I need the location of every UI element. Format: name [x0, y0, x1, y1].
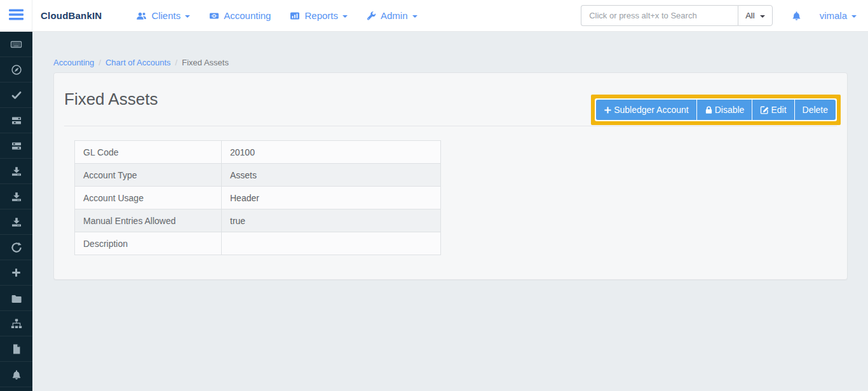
- folder-icon: [11, 293, 22, 304]
- icon-sidebar: [0, 32, 32, 391]
- detail-value: Header: [222, 187, 441, 209]
- download-icon: [11, 191, 22, 202]
- sidebar-item-keyboard[interactable]: [0, 32, 32, 57]
- sidebar-item-file[interactable]: [0, 336, 32, 362]
- sidebar-item-refresh[interactable]: [0, 235, 32, 260]
- breadcrumb-separator: /: [175, 58, 178, 67]
- detail-label: Account Type: [75, 164, 222, 187]
- sidebar-item-check[interactable]: [0, 83, 32, 108]
- detail-value: true: [222, 209, 441, 232]
- global-search: All: [581, 5, 772, 26]
- breadcrumb-accounting[interactable]: Accounting: [53, 58, 94, 67]
- bell-icon: [11, 369, 22, 380]
- breadcrumb-chart-of-accounts[interactable]: Chart of Accounts: [105, 58, 171, 67]
- caret-down-icon: [342, 15, 348, 18]
- search-input[interactable]: [581, 5, 738, 26]
- top-navbar: CloudBankIN Clients: [0, 0, 868, 32]
- detail-label: Account Usage: [75, 187, 222, 209]
- menu-label: Admin: [381, 10, 408, 21]
- download-icon: [11, 216, 22, 228]
- detail-label: GL Code: [75, 141, 222, 164]
- menu-item-accounting[interactable]: Accounting: [209, 10, 271, 21]
- main-content: Accounting / Chart of Accounts / Fixed A…: [32, 32, 868, 391]
- table-row: GL Code 20100: [75, 141, 441, 164]
- sidebar-toggle-button[interactable]: [0, 0, 32, 31]
- detail-label: Manual Entries Allowed: [75, 209, 222, 232]
- detail-label: Description: [75, 232, 222, 255]
- money-icon: [209, 11, 219, 21]
- wrench-icon: [367, 11, 376, 21]
- main-menu: Clients Accounting: [113, 10, 417, 21]
- table-row: Account Type Assets: [75, 164, 441, 187]
- sidebar-item-notifications[interactable]: [0, 362, 32, 387]
- sidebar-item-download[interactable]: [0, 159, 32, 184]
- sitemap-icon: [11, 318, 22, 329]
- menu-item-clients[interactable]: Clients: [136, 10, 190, 21]
- users-icon: [136, 11, 147, 21]
- download-icon: [11, 166, 22, 177]
- plus-icon: [11, 267, 22, 278]
- button-label: Delete: [803, 105, 828, 115]
- caret-down-icon: [760, 15, 765, 18]
- action-button-group: Subledger Account Disable: [595, 98, 837, 121]
- keyboard-icon: [10, 39, 22, 50]
- tasks-icon: [11, 140, 22, 152]
- sidebar-item-sitemap[interactable]: [0, 311, 32, 336]
- sidebar-item-tasks-2[interactable]: [0, 133, 32, 159]
- caret-down-icon: [851, 15, 857, 18]
- detail-value: [222, 232, 441, 255]
- menu-label: Accounting: [224, 10, 271, 21]
- plus-icon: [604, 106, 612, 114]
- menu-item-reports[interactable]: Reports: [290, 10, 348, 21]
- bell-icon: [791, 10, 802, 21]
- app-logo[interactable]: CloudBankIN: [32, 10, 113, 21]
- table-row: Description: [75, 232, 441, 255]
- user-menu[interactable]: vimala: [820, 10, 857, 21]
- account-details-card: Fixed Assets Subledger Account: [53, 72, 848, 280]
- breadcrumb-separator: /: [98, 58, 101, 67]
- search-scope-dropdown[interactable]: All: [738, 5, 772, 26]
- lock-icon: [705, 105, 713, 114]
- search-scope-value: All: [745, 11, 754, 20]
- sidebar-item-download-3[interactable]: [0, 209, 32, 235]
- button-label: Disable: [715, 105, 745, 115]
- menu-item-admin[interactable]: Admin: [367, 10, 417, 21]
- button-label: Subledger Account: [614, 105, 689, 115]
- button-label: Edit: [771, 105, 786, 115]
- menu-label: Reports: [304, 10, 338, 21]
- delete-button[interactable]: Delete: [795, 100, 836, 120]
- caret-down-icon: [185, 15, 190, 18]
- edit-icon: [760, 105, 769, 114]
- tasks-icon: [11, 115, 22, 126]
- sidebar-item-folder[interactable]: [0, 286, 32, 311]
- sidebar-item-download-2[interactable]: [0, 184, 32, 209]
- detail-value: Assets: [222, 164, 441, 187]
- refresh-icon: [11, 242, 22, 253]
- sidebar-item-add[interactable]: [0, 260, 32, 286]
- table-row: Account Usage Header: [75, 187, 441, 209]
- edit-button[interactable]: Edit: [752, 100, 794, 120]
- file-icon: [11, 343, 22, 355]
- check-icon: [11, 89, 22, 101]
- detail-value: 20100: [222, 141, 441, 164]
- bar-chart-icon: [290, 11, 300, 21]
- breadcrumb: Accounting / Chart of Accounts / Fixed A…: [53, 58, 868, 67]
- subledger-account-button[interactable]: Subledger Account: [596, 100, 696, 120]
- menu-label: Clients: [151, 10, 180, 21]
- account-details-table: GL Code 20100 Account Type Assets Accoun…: [74, 140, 441, 255]
- action-buttons-highlight: Subledger Account Disable: [591, 95, 841, 125]
- user-name: vimala: [820, 10, 847, 21]
- table-row: Manual Entries Allowed true: [75, 209, 441, 232]
- sidebar-item-compass[interactable]: [0, 57, 32, 83]
- caret-down-icon: [412, 15, 417, 18]
- navbar-right: All vimala: [581, 5, 868, 26]
- notifications-button[interactable]: [791, 10, 802, 21]
- compass-icon: [11, 64, 22, 76]
- sidebar-item-tasks[interactable]: [0, 108, 32, 133]
- breadcrumb-current: Fixed Assets: [182, 58, 229, 67]
- disable-button[interactable]: Disable: [697, 100, 752, 120]
- hamburger-icon: [9, 9, 24, 23]
